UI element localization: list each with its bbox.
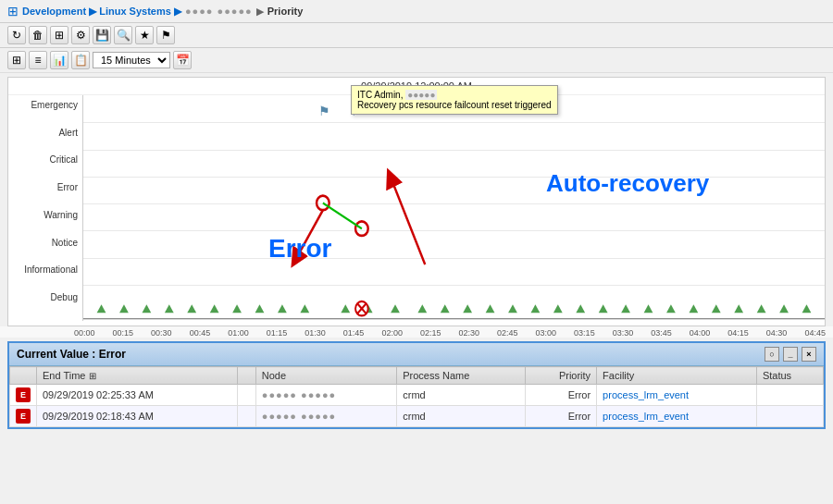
panel-restore-button[interactable]: ○ bbox=[765, 347, 779, 362]
svg-marker-21 bbox=[621, 304, 630, 313]
debug-marker bbox=[97, 304, 106, 313]
chart-button[interactable]: 📊 bbox=[50, 51, 68, 69]
svg-marker-24 bbox=[689, 304, 698, 313]
row1-end-time: 09/29/2019 02:25:33 AM bbox=[37, 385, 238, 406]
row2-facility[interactable]: process_lrm_event bbox=[597, 406, 757, 427]
annotation-error: Error bbox=[268, 234, 331, 264]
col-header-priority[interactable]: Priority bbox=[526, 367, 597, 385]
x-label-0315: 03:15 bbox=[574, 328, 595, 338]
svg-marker-19 bbox=[576, 304, 585, 313]
col-header-end-time[interactable]: End Time ⊞ bbox=[37, 367, 238, 385]
x-label-0330: 03:30 bbox=[613, 328, 634, 338]
svg-marker-26 bbox=[734, 304, 743, 313]
x-label-0345: 03:45 bbox=[651, 328, 672, 338]
col-header-node[interactable]: Node bbox=[255, 367, 396, 385]
x-label-0000: 00:00 bbox=[74, 328, 95, 338]
svg-marker-9 bbox=[341, 304, 350, 313]
x-axis: 00:00 00:15 00:30 00:45 01:00 01:15 01:3… bbox=[0, 326, 833, 338]
row1-facility[interactable]: process_lrm_event bbox=[597, 385, 757, 406]
bookmark-button[interactable]: ★ bbox=[135, 26, 154, 44]
row2-error-icon: E bbox=[16, 409, 31, 424]
x-label-0045: 00:45 bbox=[190, 328, 211, 338]
annotation-recovery: Auto-recovery bbox=[546, 169, 709, 198]
col-header-icon bbox=[10, 367, 37, 385]
table-header-row: End Time ⊞ Node Process Name Priority Fa… bbox=[10, 367, 824, 385]
col-header-process[interactable]: Process Name bbox=[397, 367, 526, 385]
svg-marker-25 bbox=[712, 304, 721, 313]
bottom-panel-header: Current Value : Error ○ _ × bbox=[9, 343, 824, 366]
calendar-button[interactable]: 📅 bbox=[173, 51, 192, 69]
svg-marker-1 bbox=[142, 304, 151, 313]
chart-svg bbox=[83, 95, 825, 321]
breadcrumb-dev[interactable]: Development ▶ Linux Systems ▶ bbox=[22, 6, 181, 18]
time-range-select[interactable]: 15 Minutes 30 Minutes 1 Hour 4 Hours bbox=[93, 52, 170, 68]
x-label-0130: 01:30 bbox=[305, 328, 326, 338]
x-label-0115: 01:15 bbox=[267, 328, 288, 338]
col-header-facility[interactable]: Facility bbox=[597, 367, 757, 385]
row2-facility-link[interactable]: process_lrm_event bbox=[603, 411, 689, 422]
refresh-button[interactable]: ↻ bbox=[7, 26, 26, 44]
y-label-critical: Critical bbox=[13, 154, 78, 165]
x-label-0230: 02:30 bbox=[458, 328, 479, 338]
row1-process: crmd bbox=[397, 385, 526, 406]
svg-marker-17 bbox=[531, 304, 541, 313]
delete-button[interactable]: 🗑 bbox=[29, 26, 47, 44]
tooltip-line1: ITC Admin, ●●●●● bbox=[357, 90, 552, 100]
row2-end-time: 09/29/2019 02:18:43 AM bbox=[37, 406, 238, 427]
y-label-error: Error bbox=[13, 182, 78, 192]
row1-cal bbox=[237, 385, 255, 406]
tag-button[interactable]: ⚑ bbox=[156, 26, 175, 44]
bottom-panel-controls: ○ _ × bbox=[765, 347, 816, 362]
table-button[interactable]: ≡ bbox=[29, 51, 47, 69]
data-table: End Time ⊞ Node Process Name Priority Fa… bbox=[9, 366, 824, 427]
svg-marker-2 bbox=[165, 304, 174, 313]
recovery-line bbox=[323, 203, 362, 228]
row1-node: ●●●●● ●●●●● bbox=[255, 385, 396, 406]
search-button[interactable]: 🔍 bbox=[114, 26, 132, 44]
col-header-status[interactable]: Status bbox=[756, 367, 823, 385]
col-header-cal bbox=[237, 367, 255, 385]
title-bar: ⊞ Development ▶ Linux Systems ▶ ●●●● ●●●… bbox=[0, 0, 833, 23]
svg-marker-11 bbox=[391, 304, 400, 313]
row2-process: crmd bbox=[397, 406, 526, 427]
svg-marker-8 bbox=[300, 304, 309, 313]
svg-marker-28 bbox=[779, 304, 789, 313]
row1-facility-link[interactable]: process_lrm_event bbox=[603, 389, 689, 400]
row1-status bbox=[756, 385, 823, 406]
chart-body: Error Auto-recovery bbox=[82, 95, 825, 321]
y-label-informational: Informational bbox=[13, 264, 78, 275]
breadcrumb-current: Priority bbox=[267, 6, 304, 17]
row1-icon-cell: E bbox=[10, 385, 37, 406]
toolbar-main: ↻ 🗑 ⊞ ⚙ 💾 🔍 ★ ⚑ bbox=[0, 23, 833, 48]
bottom-panel: Current Value : Error ○ _ × End Time ⊞ N… bbox=[7, 341, 826, 429]
copy-button[interactable]: ⊞ bbox=[50, 26, 68, 44]
svg-marker-16 bbox=[508, 304, 517, 313]
svg-marker-3 bbox=[187, 304, 196, 313]
svg-marker-12 bbox=[417, 304, 427, 313]
panel-close-button[interactable]: × bbox=[802, 347, 816, 362]
settings-button[interactable]: ⚙ bbox=[71, 26, 90, 44]
svg-marker-6 bbox=[255, 304, 265, 313]
y-label-debug: Debug bbox=[13, 292, 78, 302]
panel-minimize-button[interactable]: _ bbox=[783, 347, 798, 362]
svg-marker-22 bbox=[644, 304, 653, 313]
row1-priority: Error bbox=[526, 385, 597, 406]
tooltip-line2: Recovery pcs resource failcount reset tr… bbox=[357, 100, 552, 110]
grid-button[interactable]: ⊞ bbox=[7, 51, 26, 69]
x-label-0100: 01:00 bbox=[228, 328, 249, 338]
y-axis: Emergency Alert Critical Error Warning N… bbox=[8, 95, 82, 321]
svg-marker-7 bbox=[278, 304, 287, 313]
svg-marker-20 bbox=[599, 304, 608, 313]
x-label-0030: 00:30 bbox=[151, 328, 172, 338]
save-button[interactable]: 💾 bbox=[93, 26, 111, 44]
y-label-warning: Warning bbox=[13, 210, 78, 220]
recovery-arrow bbox=[391, 178, 425, 264]
svg-marker-27 bbox=[757, 304, 766, 313]
x-label-0245: 02:45 bbox=[497, 328, 518, 338]
x-label-0300: 03:00 bbox=[536, 328, 557, 338]
x-label-0400: 04:00 bbox=[690, 328, 711, 338]
row2-priority: Error bbox=[526, 406, 597, 427]
svg-marker-15 bbox=[486, 304, 495, 313]
svg-marker-5 bbox=[232, 304, 242, 313]
data-button[interactable]: 📋 bbox=[71, 51, 90, 69]
